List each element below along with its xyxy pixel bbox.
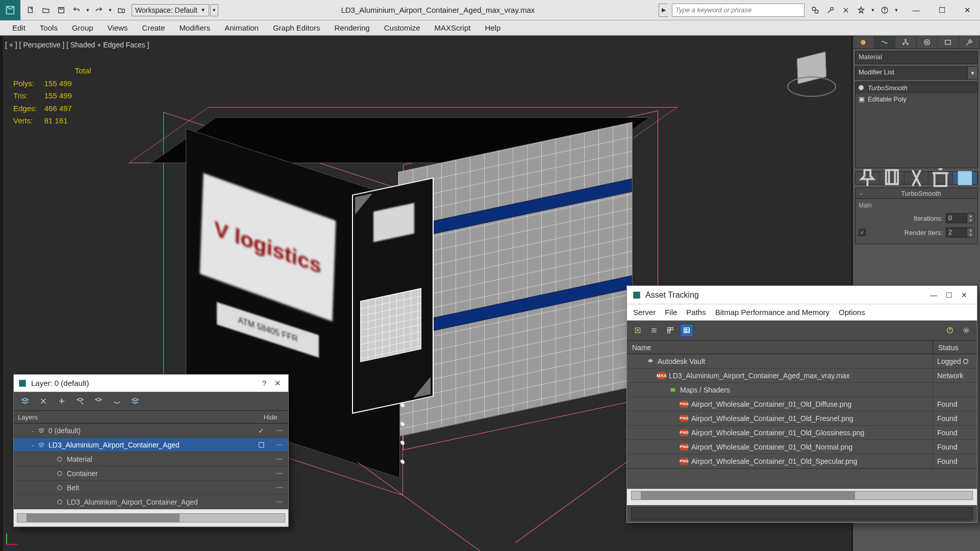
menu-rendering[interactable]: Rendering (327, 21, 376, 34)
asset-row[interactable]: Autodesk VaultLogged O (627, 354, 977, 369)
close-button[interactable]: ✕ (271, 379, 284, 388)
menu-options[interactable]: Options (839, 308, 865, 317)
iterations-spinner[interactable]: 0 ▲▼ (946, 213, 974, 223)
add-to-layer-icon[interactable] (56, 395, 68, 407)
collapse-all-icon[interactable] (129, 395, 141, 407)
spinner-down-icon[interactable]: ▼ (967, 218, 974, 223)
undo-icon[interactable] (69, 3, 84, 17)
help-dropdown-icon[interactable]: ▼ (893, 4, 899, 17)
expand-icon[interactable]: ▣ (859, 95, 864, 103)
layer-row[interactable]: Container--- (14, 466, 288, 481)
col-name[interactable]: Name (627, 340, 933, 354)
asset-row[interactable]: PNGAirport_Wholesale_Container_01_Old_Di… (627, 397, 977, 411)
layer-row[interactable]: -LD3_Aluminium_Airport_Container_Aged☐--… (14, 438, 288, 452)
menu-bitmap[interactable]: Bitmap Performance and Memory (715, 308, 830, 317)
help-button[interactable]: ? (258, 379, 271, 387)
exchange-icon[interactable] (839, 4, 852, 17)
menu-maxscript[interactable]: MAXScript (428, 21, 478, 34)
hide-toggle[interactable]: --- (270, 425, 288, 436)
new-icon[interactable] (23, 3, 38, 17)
menu-graph-editors[interactable]: Graph Editors (266, 21, 328, 34)
settings-icon[interactable] (960, 324, 973, 337)
save-icon[interactable] (54, 3, 68, 17)
menu-server[interactable]: Server (633, 308, 656, 317)
maximize-button[interactable]: ☐ (929, 1, 954, 19)
object-name-field[interactable]: Material (855, 51, 978, 64)
redo-dropdown-icon[interactable]: ▼ (107, 3, 113, 17)
make-unique-icon[interactable] (904, 172, 929, 184)
hide-toggle[interactable]: --- (270, 454, 288, 464)
asset-row[interactable]: Maps / Shaders (627, 383, 977, 397)
thumbnail-view-icon[interactable] (664, 324, 677, 337)
tab-display[interactable] (938, 36, 959, 48)
menu-group[interactable]: Group (65, 21, 100, 34)
col-hide[interactable]: Hide (253, 413, 288, 421)
bulb-icon[interactable] (859, 85, 864, 90)
hide-toggle[interactable]: --- (270, 496, 288, 507)
menu-edit[interactable]: Edit (5, 21, 33, 34)
menu-modifiers[interactable]: Modifiers (172, 21, 217, 34)
help-icon[interactable] (943, 324, 957, 337)
col-layers[interactable]: Layers (14, 413, 253, 421)
configure-sets-icon[interactable] (953, 172, 977, 184)
search-input[interactable]: Type a keyword or phrase (672, 4, 805, 17)
spinner-up-icon[interactable]: ▲ (967, 214, 974, 218)
app-icon[interactable] (0, 0, 20, 20)
workspace-dropdown[interactable]: Workspace: Default ▼ (132, 4, 209, 16)
tab-create[interactable] (853, 36, 874, 48)
modifier-list-dropdown[interactable]: Modifier List ▼ (855, 66, 978, 80)
key-icon[interactable] (824, 4, 837, 17)
layer-row[interactable]: LD3_Aluminium_Airport_Container_Aged--- (14, 495, 288, 509)
help-icon[interactable] (878, 4, 891, 17)
minimize-button[interactable]: — (926, 291, 941, 299)
search-go-icon[interactable]: ▶ (659, 4, 668, 17)
pin-stack-icon[interactable] (856, 172, 880, 184)
menu-help[interactable]: Help (478, 21, 508, 34)
minimize-button[interactable]: — (903, 1, 929, 19)
hide-toggle[interactable]: --- (270, 468, 288, 479)
layer-row[interactable]: Material--- (14, 452, 288, 466)
scrollbar-thumb[interactable] (27, 514, 180, 522)
asset-row[interactable]: PNGAirport_Wholesale_Container_01_Old_Sp… (627, 454, 977, 468)
highlight-selected-icon[interactable] (92, 395, 105, 407)
delete-layer-icon[interactable] (37, 395, 49, 407)
expand-icon[interactable]: - (29, 428, 36, 434)
layer-check[interactable]: ☐ (253, 441, 270, 449)
rollout-header[interactable]: - TurboSmooth (855, 188, 978, 199)
asset-scrollbar[interactable] (627, 489, 977, 505)
asset-row[interactable]: PNGAirport_Wholesale_Container_01_Old_Fr… (627, 411, 977, 426)
col-status[interactable]: Status (933, 340, 977, 354)
hide-toggle[interactable]: --- (270, 439, 288, 450)
spinner-down-icon[interactable]: ▼ (967, 232, 974, 237)
select-highlight-icon[interactable] (74, 395, 86, 407)
hide-unhide-icon[interactable] (111, 395, 123, 407)
spinner-up-icon[interactable]: ▲ (967, 228, 974, 232)
tab-modify[interactable] (874, 36, 896, 48)
hide-toggle[interactable]: --- (270, 482, 288, 493)
modifier-item-editablepoly[interactable]: ▣ Editable Poly (856, 93, 977, 104)
favorite-icon[interactable] (855, 4, 868, 17)
favorite-dropdown-icon[interactable]: ▼ (870, 4, 876, 17)
table-view-icon[interactable] (680, 324, 693, 337)
menu-create[interactable]: Create (135, 21, 172, 34)
maximize-button[interactable]: ☐ (941, 291, 957, 299)
render-iters-spinner[interactable]: 2 ▲▼ (946, 227, 974, 238)
layer-check[interactable]: ✓ (253, 427, 270, 435)
asset-titlebar[interactable]: Asset Tracking — ☐ ✕ (627, 286, 977, 304)
tab-utilities[interactable] (959, 36, 981, 48)
undo-dropdown-icon[interactable]: ▼ (85, 3, 91, 17)
asset-row[interactable]: PNGAirport_Wholesale_Container_01_Old_No… (627, 440, 977, 454)
close-button[interactable]: ✕ (954, 1, 980, 19)
open-icon[interactable] (39, 3, 53, 17)
layer-titlebar[interactable]: Layer: 0 (default) ? ✕ (14, 375, 288, 392)
project-icon[interactable] (114, 3, 129, 17)
close-button[interactable]: ✕ (957, 291, 972, 299)
remove-modifier-icon[interactable] (928, 172, 953, 184)
tab-hierarchy[interactable] (895, 36, 917, 48)
asset-row[interactable]: MAXLD3_Aluminium_Airport_Container_Aged_… (627, 369, 977, 383)
menu-customize[interactable]: Customize (377, 21, 428, 34)
asset-input-field[interactable] (631, 507, 973, 520)
redo-icon[interactable] (92, 3, 106, 17)
layer-row[interactable]: -0 (default)✓--- (14, 424, 288, 438)
menu-animation[interactable]: Animation (217, 21, 266, 34)
